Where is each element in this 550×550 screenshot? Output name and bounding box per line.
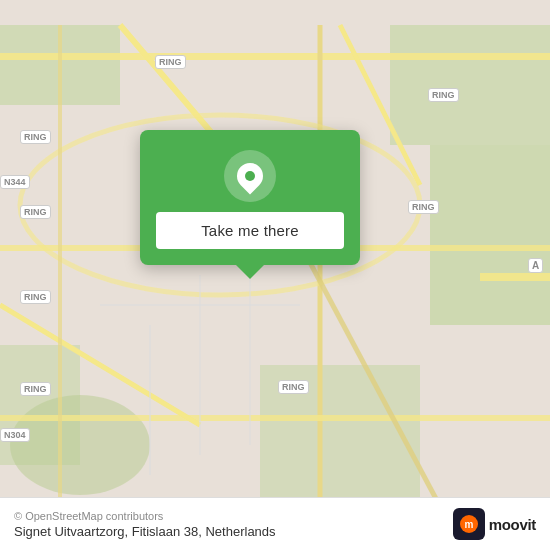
moovit-text: moovit xyxy=(489,516,536,533)
location-name: Signet Uitvaartzorg, Fitislaan 38, Nethe… xyxy=(14,524,276,539)
ring-label-4: RING xyxy=(20,290,51,304)
svg-rect-7 xyxy=(0,53,550,60)
a-label: A xyxy=(528,258,543,273)
ring-label-5: RING xyxy=(20,382,51,396)
ring-label-2: RING xyxy=(20,130,51,144)
bottom-left: © OpenStreetMap contributors Signet Uitv… xyxy=(14,510,276,539)
svg-rect-3 xyxy=(430,145,550,325)
n344-label: N344 xyxy=(0,175,30,189)
ring-label-7: RING xyxy=(408,200,439,214)
copyright-text: © OpenStreetMap contributors xyxy=(14,510,276,522)
svg-rect-12 xyxy=(0,415,550,421)
map-container: RING RING RING RING RING RING RING RING … xyxy=(0,0,550,550)
ring-label-8: RING xyxy=(428,88,459,102)
svg-point-6 xyxy=(10,395,150,495)
moovit-icon: m xyxy=(453,508,485,540)
ring-label-6: RING xyxy=(278,380,309,394)
bottom-bar: © OpenStreetMap contributors Signet Uitv… xyxy=(0,497,550,550)
svg-rect-21 xyxy=(480,273,550,281)
svg-text:m: m xyxy=(464,519,473,530)
n304-label: N304 xyxy=(0,428,30,442)
take-me-there-button[interactable]: Take me there xyxy=(156,212,344,249)
moovit-logo: m moovit xyxy=(453,508,536,540)
ring-label-3: RING xyxy=(20,205,51,219)
location-pin-icon xyxy=(232,158,269,195)
svg-rect-2 xyxy=(390,25,550,145)
map-background xyxy=(0,0,550,550)
popup-card: Take me there xyxy=(140,130,360,265)
location-icon-wrap xyxy=(224,150,276,202)
ring-label-1: RING xyxy=(155,55,186,69)
